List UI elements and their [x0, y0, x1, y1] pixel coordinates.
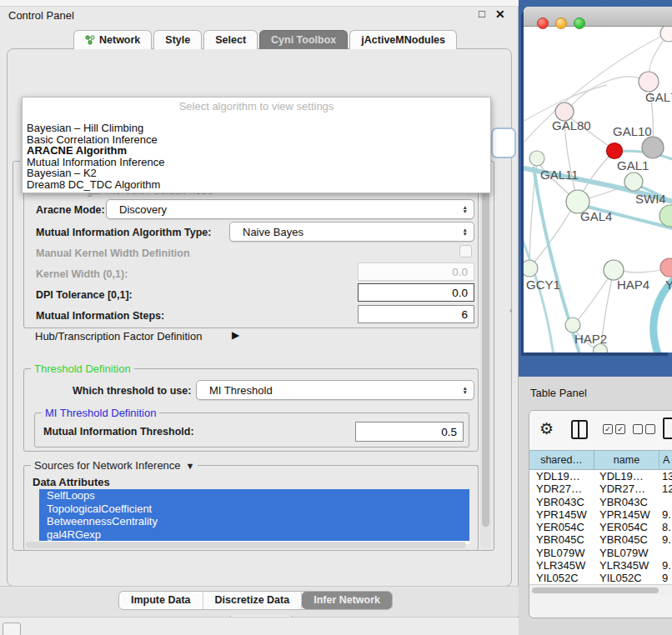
algorithm-option[interactable]: Dream8 DC_TDC Algorithm	[27, 179, 486, 191]
table-row[interactable]: YDR27…YDR27…12	[529, 482, 672, 495]
mi-threshold-group: MI Threshold Definition Mutual Informati…	[34, 412, 469, 448]
new-table-icon[interactable]	[663, 418, 672, 439]
aracne-mode-label: Aracne Mode:	[36, 204, 105, 216]
tab-cyni-toolbox[interactable]: Cyni Toolbox	[259, 30, 348, 49]
table-cell: 9.	[659, 508, 672, 521]
table-row[interactable]: YBR045CYBR045C9.	[529, 533, 672, 546]
network-node[interactable]	[639, 72, 659, 92]
table-panel-title: Table Panel	[530, 387, 587, 399]
network-node[interactable]	[642, 137, 664, 158]
tab-style[interactable]: Style	[153, 30, 202, 49]
algorithm-option[interactable]: ARACNE Algorithm	[27, 145, 486, 157]
table-cell: YDL19…	[594, 470, 659, 482]
mi-type-select[interactable]: Naive Bayes ▲▼	[229, 222, 474, 242]
hidden-combo-fragment	[491, 128, 516, 158]
select-all-icon[interactable]: ✓ ✓	[603, 424, 625, 434]
network-canvas[interactable]: GAL7GAL80GAL10GAL11GAL1SWI4GAL4GCY1HAP4Y…	[524, 27, 672, 352]
tab-jactivemnodules[interactable]: jActiveMNodules	[349, 30, 457, 49]
mi-threshold-field[interactable]	[355, 422, 464, 442]
table-row[interactable]: YLR345WYLR345W9.	[529, 559, 672, 572]
deselect-all-icon[interactable]	[633, 424, 655, 434]
aracne-mode-select[interactable]: Discovery ▲▼	[106, 199, 474, 219]
network-node-label: GCY1	[526, 278, 560, 292]
algorithm-option[interactable]: Mutual Information Inference	[27, 157, 486, 168]
attribute-item[interactable]: BetweennessCentrality	[39, 515, 469, 528]
attributes-hscrollbar[interactable]	[26, 542, 466, 548]
table-cell: YBR043C	[529, 496, 594, 508]
data-attributes-list[interactable]: SelfLoopsTopologicalCoefficientBetweenne…	[39, 489, 469, 544]
float-window-icon[interactable]: □	[479, 8, 485, 20]
table-cell: YPR145W	[594, 508, 659, 521]
gear-icon[interactable]: ⚙	[539, 419, 554, 438]
hub-definition-label: Hub/Transcription Factor Definition	[35, 330, 202, 342]
table-row[interactable]: YDL19…YDL19…13	[529, 470, 672, 482]
dpi-tolerance-label: DPI Tolerance [0,1]:	[36, 289, 133, 301]
which-threshold-label: Which threshold to use:	[73, 385, 191, 397]
column-header[interactable]: A	[659, 451, 672, 469]
network-node-label: Y	[665, 278, 672, 292]
table-row[interactable]: YPR145WYPR145W9.	[529, 508, 672, 521]
algorithm-option[interactable]: Bayesian – K2	[27, 168, 486, 179]
network-node[interactable]	[607, 143, 623, 159]
hub-expand-arrow-icon[interactable]: ▶	[232, 329, 239, 341]
tab-select[interactable]: Select	[203, 30, 258, 49]
column-header[interactable]: shared…	[529, 451, 594, 469]
right-area: GAL7GAL80GAL10GAL11GAL1SWI4GAL4GCY1HAP4Y…	[519, 0, 672, 635]
table-row[interactable]: YER054CYER054C8.	[529, 521, 672, 533]
tab-discretize-data[interactable]: Discretize Data	[203, 592, 303, 609]
dpi-tolerance-field[interactable]	[358, 283, 474, 302]
network-view-window[interactable]: GAL7GAL80GAL10GAL11GAL1SWI4GAL4GCY1HAP4Y…	[524, 7, 672, 352]
table-hscrollbar-thumb[interactable]	[532, 588, 659, 593]
table-row[interactable]: YBR043CYBR043C	[529, 496, 672, 508]
sources-collapse-arrow-icon[interactable]: ▼	[186, 461, 195, 471]
mi-threshold-label: Mutual Information Threshold:	[43, 426, 194, 438]
attribute-item[interactable]: gal4RGexp	[39, 528, 469, 542]
mi-type-label: Mutual Information Algorithm Type:	[36, 227, 211, 238]
column-header[interactable]: name	[594, 451, 659, 469]
table-hscrollbar[interactable]	[529, 584, 672, 596]
tab-impute-data[interactable]: Impute Data	[119, 592, 203, 609]
columns-icon[interactable]	[571, 420, 588, 439]
algorithm-option[interactable]: Bayesian – Hill Climbing	[27, 122, 486, 134]
cyni-algorithm-settings-group: Cyni Algorithm Settings Algorithm Defini…	[13, 161, 494, 551]
data-attributes-label: Data Attributes	[33, 476, 110, 488]
attribute-item[interactable]: TopologicalCoefficient	[39, 502, 469, 516]
network-node[interactable]	[660, 27, 672, 42]
settings-scrollbar-thumb[interactable]	[482, 168, 489, 527]
attribute-item[interactable]: SelfLoops	[39, 489, 469, 502]
table-cell: YBR045C	[529, 533, 594, 546]
network-node[interactable]	[565, 318, 580, 332]
network-icon	[85, 35, 95, 45]
panel-splitter-icon[interactable]: ‹	[509, 305, 513, 315]
network-node-label: GAL10	[613, 124, 652, 138]
which-threshold-select[interactable]: MI Threshold ▲▼	[196, 380, 474, 400]
network-node-label: GAL11	[540, 168, 579, 182]
sources-title: Sources for Network Inference	[34, 459, 181, 472]
collapsed-panel-button[interactable]	[3, 622, 21, 635]
settings-scrollbar[interactable]	[480, 163, 491, 548]
network-node[interactable]	[529, 151, 544, 166]
network-window-titlebar[interactable]	[524, 7, 672, 27]
network-node-label: GAL1	[617, 158, 649, 172]
network-node[interactable]	[660, 258, 672, 277]
table-row[interactable]: YIL052CYIL052C9	[529, 572, 672, 584]
table-header: shared… name A	[529, 450, 672, 470]
table-cell: YDR27…	[529, 482, 594, 495]
threshold-definition-group: Threshold Definition Which threshold to …	[23, 368, 479, 452]
network-node-label: HAP4	[617, 278, 649, 292]
kernel-width-field[interactable]	[358, 262, 474, 281]
tab-infer-network[interactable]: Infer Network	[302, 592, 392, 609]
network-node[interactable]	[624, 172, 643, 191]
network-node[interactable]	[659, 205, 672, 227]
network-node[interactable]	[524, 260, 538, 277]
table-cell: YDR27…	[594, 482, 659, 495]
manual-kernel-checkbox[interactable]	[459, 245, 472, 258]
table-row[interactable]: YBL079WYBL079W	[529, 547, 672, 559]
close-icon[interactable]: ✕	[495, 8, 505, 21]
algorithm-option[interactable]: Basic Correlation Inference	[27, 134, 486, 146]
mi-steps-field[interactable]	[358, 305, 474, 323]
kernel-width-label: Kernel Width (0,1):	[36, 268, 128, 280]
tab-network[interactable]: Network	[73, 30, 152, 49]
unchecked-box-icon	[633, 424, 643, 434]
network-node-label: GAL4	[580, 209, 612, 223]
